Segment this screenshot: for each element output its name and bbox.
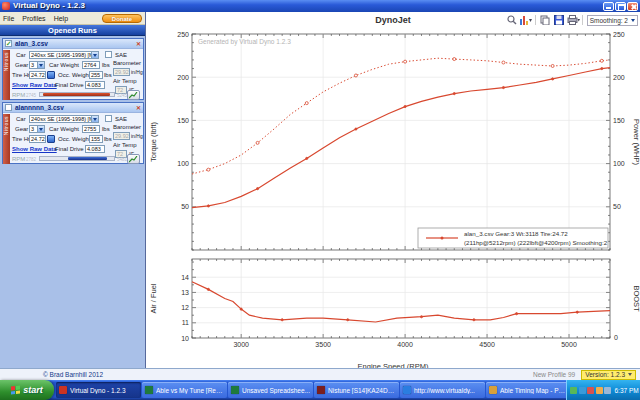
taskbar-item-label: http://www.virtualdy... (414, 387, 475, 394)
taskbar-items: Virtual Dyno - 1.2.3Able vs My Tune [Rec… (54, 380, 566, 400)
car-weight-input[interactable]: 2755 (82, 125, 100, 133)
tire-ht-input[interactable]: 24.72 (29, 71, 46, 79)
donate-button[interactable]: Donate (102, 14, 142, 23)
svg-text:200: 200 (177, 74, 189, 81)
tire-ht-input[interactable]: 24.72 (29, 135, 46, 143)
mini-chart-icon (129, 92, 138, 99)
chart-type-icon[interactable] (520, 14, 533, 26)
start-button[interactable]: start (0, 380, 54, 400)
taskbar-item[interactable]: Able vs My Tune [Rec... (142, 382, 227, 398)
close-button[interactable] (627, 2, 638, 11)
taskbar-item[interactable]: http://www.virtualdy... (400, 382, 485, 398)
occ-weight-label: Occ. Weight (58, 136, 91, 142)
car-select[interactable]: 240sx SE (1995-1998) [Man (29, 115, 99, 123)
taskbar-item[interactable]: Virtual Dyno - 1.2.3 (56, 382, 141, 398)
graph-button[interactable] (127, 154, 140, 164)
tire-calc-button[interactable] (47, 71, 55, 79)
run-filename: alannnnn_3.csv (15, 104, 136, 111)
barometer-label: Barometer (113, 124, 141, 130)
occ-weight-input[interactable]: 155 (89, 135, 103, 143)
air-temp-label: Air Temp (113, 78, 137, 84)
minimize-button[interactable] (603, 2, 614, 11)
copyright-text: © Brad Barnhill 2012 (0, 368, 146, 380)
tray-icon-4[interactable] (596, 387, 603, 394)
zoom-icon[interactable] (506, 14, 519, 26)
tray-icon-3[interactable] (587, 387, 594, 394)
menu-file[interactable]: File (3, 15, 14, 22)
run-enabled-checkbox[interactable]: ✓ (5, 40, 12, 47)
run-close-icon[interactable]: ✕ (136, 40, 141, 47)
rpm-range-slider[interactable] (39, 92, 115, 97)
copy-icon[interactable] (539, 14, 552, 26)
sae-checkbox[interactable] (105, 51, 112, 58)
taskbar-item-label: Able vs My Tune [Rec... (156, 387, 224, 394)
rpm-range-slider[interactable] (39, 156, 115, 161)
status-bar: New Profile 99 Version: 1.2.3 (146, 368, 640, 380)
chevron-down-icon[interactable] (37, 126, 44, 132)
gear-select[interactable]: 3 (29, 61, 45, 69)
save-icon[interactable] (553, 14, 566, 26)
sae-checkbox[interactable] (105, 115, 112, 122)
run-enabled-checkbox[interactable] (5, 104, 12, 111)
final-drive-label: Final Drive (55, 146, 84, 152)
app-icon (2, 2, 10, 10)
tray-icon-2[interactable] (579, 387, 586, 394)
svg-text:50: 50 (613, 203, 621, 210)
barometer-unit: in/Hg (131, 133, 143, 139)
taskbar-item[interactable]: Unsaved Spreadshee... (228, 382, 313, 398)
browser-icon (403, 386, 411, 394)
chart-toolbar: Smoothing: 2 (505, 13, 638, 27)
taskbar: start Virtual Dyno - 1.2.3Able vs My Tun… (0, 380, 640, 400)
taskbar-item-label: Nistune [S14]KA24DE... (328, 387, 396, 394)
run-card-alannnnn3: alannnnn_3.csv ✕ Nitrous Car 240sx SE (1… (2, 102, 144, 164)
maximize-button[interactable] (615, 2, 626, 11)
rpm-min-value: 2782 (26, 157, 36, 162)
taskbar-item[interactable]: Nistune [S14]KA24DE... (314, 382, 399, 398)
sae-label: SAE (115, 52, 127, 58)
menu-profiles[interactable]: Profiles (22, 15, 45, 22)
title-bar[interactable]: Virtual Dyno - 1.2.3 (0, 0, 640, 12)
tray-icon-1[interactable] (570, 387, 577, 394)
toolbar-divider (582, 15, 583, 25)
svg-text:250: 250 (613, 31, 625, 38)
svg-text:BOOST: BOOST (632, 285, 640, 312)
final-drive-input[interactable]: 4.083 (85, 145, 105, 153)
run-filename: alan_3.csv (15, 40, 136, 47)
version-dropdown[interactable]: Version: 1.2.3 (581, 370, 636, 380)
occ-weight-input[interactable]: 255 (89, 71, 103, 79)
chevron-down-icon[interactable] (91, 116, 98, 122)
nitrous-tab[interactable]: Nitrous (3, 114, 10, 164)
taskbar-item[interactable]: Able Timing Map - Paint (486, 382, 566, 398)
svg-text:Air / Fuel: Air / Fuel (149, 283, 158, 313)
menu-help[interactable]: Help (54, 15, 68, 22)
chevron-down-icon[interactable] (91, 52, 98, 58)
smoothing-dropdown[interactable]: Smoothing: 2 (587, 15, 638, 26)
run-header[interactable]: ✓ alan_3.csv ✕ (3, 39, 143, 49)
show-raw-data-link[interactable]: Show Raw Data (12, 82, 57, 88)
rpm-slider-fill[interactable] (43, 93, 110, 96)
final-drive-input[interactable]: 4.083 (85, 81, 105, 89)
chevron-down-icon[interactable] (37, 62, 44, 68)
svg-text:Torque (lbft): Torque (lbft) (149, 121, 158, 162)
barometer-input: 29.92 (113, 68, 130, 76)
car-weight-input[interactable]: 2764 (82, 61, 100, 69)
tire-calc-button[interactable] (47, 135, 55, 143)
nitrous-tab[interactable]: Nitrous (3, 50, 10, 100)
toolbar-divider (535, 15, 536, 25)
air-temp-label: Air Temp (113, 142, 137, 148)
sae-label: SAE (115, 116, 127, 122)
air-fuel-chart: 1011121314300035004000450050000Air / Fue… (146, 256, 640, 358)
run-header[interactable]: alannnnn_3.csv ✕ (3, 103, 143, 113)
rpm-slider-fill[interactable] (68, 157, 106, 160)
print-icon[interactable] (567, 14, 580, 26)
svg-text:50: 50 (181, 203, 189, 210)
gear-select[interactable]: 3 (29, 125, 45, 133)
car-select[interactable]: 240sx SE (1995-1998) [Man (29, 51, 99, 59)
svg-text:250: 250 (177, 31, 189, 38)
graph-button[interactable] (127, 90, 140, 100)
show-raw-data-link[interactable]: Show Raw Data (12, 146, 57, 152)
tray-icon-5[interactable] (604, 387, 611, 394)
run-close-icon[interactable]: ✕ (136, 104, 141, 111)
sidebar: File Profiles Help Donate Opened Runs ✓ … (0, 12, 146, 368)
svg-text:0: 0 (614, 334, 618, 341)
